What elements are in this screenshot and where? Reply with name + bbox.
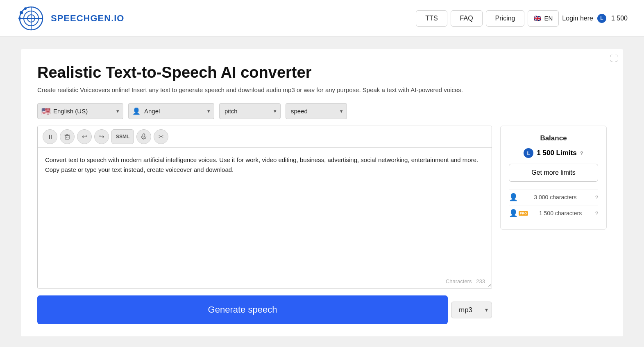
logo-icon	[16, 4, 46, 33]
free-user-icon: 👤	[509, 193, 518, 202]
svg-point-5	[20, 11, 23, 14]
page-title: Realistic Text-to-Speech AI converter	[37, 64, 607, 81]
format-select[interactable]: mp3 wav ogg	[451, 302, 492, 318]
header: SPEECHGEN.IO TTS FAQ Pricing 🇬🇧 EN Login…	[0, 0, 644, 37]
trash-icon	[64, 133, 70, 140]
balance-card: Balance L 1 500 Limits ? Get more limits…	[500, 126, 607, 230]
controls-row: 🇺🇸 English (US) English (UK) Spanish Fre…	[37, 103, 607, 119]
editor-layout: ⏸ ↩ ↪ SSML	[37, 126, 607, 324]
content-wrapper: ⛶ Realistic Text-to-Speech AI converter …	[21, 49, 623, 336]
language-button[interactable]: 🇬🇧 EN	[528, 10, 559, 27]
logo-area: SPEECHGEN.IO	[16, 4, 124, 33]
delete-button[interactable]	[60, 129, 75, 144]
char-count-value: 233	[476, 278, 485, 284]
editor-box: ⏸ ↩ ↪ SSML	[37, 126, 492, 289]
pro-user-icon: 👤 PRO	[509, 209, 528, 218]
voice-select-wrapper: 👤 Angel Nova Echo Shimmer ▾	[128, 103, 214, 119]
undo-button[interactable]: ↩	[77, 129, 92, 144]
free-chars-help-icon[interactable]: ?	[595, 194, 598, 201]
audio-button[interactable]	[136, 129, 151, 144]
balance-icon: L	[597, 14, 606, 23]
microphone-icon	[141, 133, 147, 140]
pro-chars-row: 👤 PRO 1 500 characters ?	[509, 205, 598, 221]
generate-row: Generate speech mp3 wav ogg ▾	[37, 295, 492, 324]
login-link: Login here	[562, 15, 593, 22]
char-count: Characters 233	[446, 278, 485, 284]
balance-circle-icon: L	[524, 148, 533, 158]
svg-point-6	[24, 7, 27, 10]
ssml-button[interactable]: SSML	[111, 129, 134, 144]
scissors-button[interactable]: ✂	[154, 129, 168, 144]
pro-chars-help-icon[interactable]: ?	[595, 210, 598, 216]
language-select[interactable]: English (US) English (UK) Spanish French…	[37, 103, 123, 119]
expand-icon[interactable]: ⛶	[610, 54, 618, 63]
pro-user-figure-icon: 👤	[509, 209, 518, 218]
redo-button[interactable]: ↪	[94, 129, 109, 144]
svg-rect-13	[143, 134, 145, 137]
free-chars-row: 👤 3 000 characters ?	[509, 189, 598, 205]
speed-select-wrapper: speed x-slow slow medium fast x-fast ▾	[286, 103, 347, 119]
sidebar: Balance L 1 500 Limits ? Get more limits…	[500, 126, 607, 230]
pricing-nav-button[interactable]: Pricing	[486, 10, 525, 27]
editor-left: ⏸ ↩ ↪ SSML	[37, 126, 492, 324]
main-container: ⛶ Realistic Text-to-Speech AI converter …	[0, 37, 644, 347]
pitch-select-wrapper: pitch x-low low medium high x-high ▾	[219, 103, 281, 119]
balance-help-icon[interactable]: ?	[580, 150, 583, 156]
pause-button[interactable]: ⏸	[43, 129, 57, 144]
pro-chars-label: 1 500 characters	[539, 210, 582, 216]
svg-rect-8	[65, 135, 69, 139]
flag-icon: 🇬🇧	[534, 15, 542, 22]
lang-label: EN	[544, 15, 553, 22]
main-textarea[interactable]: Convert text to speech with modern artif…	[38, 148, 492, 287]
svg-point-7	[18, 17, 21, 20]
pitch-select[interactable]: pitch x-low low medium high x-high	[219, 103, 281, 119]
textarea-wrapper: Convert text to speech with modern artif…	[38, 148, 492, 288]
balance-title: Balance	[509, 134, 598, 142]
format-select-wrapper: mp3 wav ogg ▾	[451, 295, 492, 324]
balance-amount-text: 1 500 Limits	[537, 149, 576, 157]
toolbar: ⏸ ↩ ↪ SSML	[38, 126, 492, 148]
nav: TTS FAQ Pricing 🇬🇧 EN Login here L 1 500	[416, 10, 628, 27]
generate-speech-button[interactable]: Generate speech	[37, 295, 448, 324]
free-chars-label: 3 000 characters	[534, 194, 576, 201]
page-subtitle: Create realistic Voiceovers online! Inse…	[37, 86, 607, 93]
balance-amount-row: L 1 500 Limits ?	[509, 148, 598, 158]
voice-select[interactable]: Angel Nova Echo Shimmer	[128, 103, 214, 119]
faq-nav-button[interactable]: FAQ	[451, 10, 483, 27]
header-balance: 1 500	[611, 15, 628, 22]
char-count-label: Characters	[446, 278, 472, 284]
login-area[interactable]: Login here L 1 500	[562, 14, 628, 23]
tts-nav-button[interactable]: TTS	[416, 10, 447, 27]
speed-select[interactable]: speed x-slow slow medium fast x-fast	[286, 103, 347, 119]
language-select-wrapper: 🇺🇸 English (US) English (UK) Spanish Fre…	[37, 103, 123, 119]
logo-text: SPEECHGEN.IO	[51, 13, 124, 24]
get-limits-button[interactable]: Get more limits	[509, 164, 598, 182]
